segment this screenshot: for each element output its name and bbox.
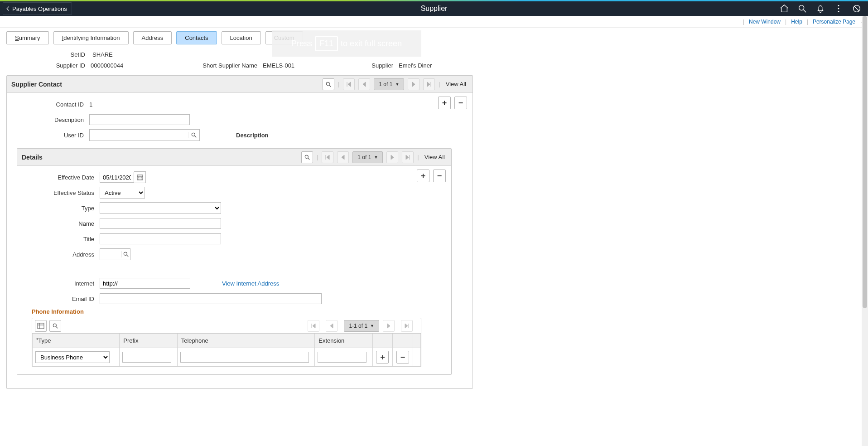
grid-next-button[interactable] [408,78,420,90]
tab-identifying[interactable]: Identifying Information [53,31,129,44]
vertical-scrollbar[interactable] [862,16,868,413]
phone-prefix-input[interactable] [122,352,171,363]
tab-contacts[interactable]: Contacts [176,31,217,44]
sublinks-row: | New Window | Help | Personalize Page ▲ [0,16,868,28]
notifications-icon[interactable] [815,4,825,14]
type-select[interactable] [100,202,221,214]
separator: | [417,154,419,160]
view-internet-link[interactable]: View Internet Address [222,280,279,287]
grid-first-button[interactable] [343,78,355,90]
svg-point-26 [53,324,56,327]
grid-next-button[interactable] [386,151,398,163]
address-input[interactable] [100,249,121,259]
internet-input[interactable] [100,278,190,289]
address-fld-label: Address [23,251,100,258]
grid-last-button[interactable] [402,151,414,163]
separator: | [807,19,808,25]
col-type: Type [38,337,51,344]
delete-row-button[interactable]: − [433,170,446,182]
svg-point-21 [124,252,127,255]
userid-desc-label: Description [236,132,269,139]
grid-find-button[interactable] [323,78,334,90]
supplier-contact-section: Supplier Contact | 1 of 1▼ | View All + … [6,75,473,389]
main-content: Press F11 to exit full screen Summary Id… [0,31,689,413]
navbar-icon[interactable] [852,4,862,14]
grid-prev-button[interactable] [337,151,349,163]
userid-lookup-button[interactable] [188,132,199,138]
grid-personalize-button[interactable] [35,320,47,332]
add-row-button[interactable]: + [376,351,389,364]
details-title: Details [22,154,43,161]
svg-point-19 [140,179,140,179]
tab-location[interactable]: Location [222,31,261,44]
svg-point-20 [141,179,142,179]
grid-view-all[interactable]: View All [424,154,445,160]
help-link[interactable]: Help [791,19,802,25]
separator: | [785,19,786,25]
tab-address-label: Address [142,34,164,41]
grid-find-button[interactable] [49,320,61,332]
svg-point-18 [138,179,139,179]
grid-view-all[interactable]: View All [446,81,466,87]
grid-last-button[interactable] [401,320,413,332]
page-title: Supplier [421,5,448,13]
chevron-down-icon: ▼ [374,155,378,160]
email-input[interactable] [100,293,322,304]
effdate-input[interactable] [100,172,134,183]
shortname-value: EMELS-001 [263,62,294,69]
grid-row-counter[interactable]: 1-1 of 1▼ [344,320,379,332]
delete-row-button[interactable]: − [454,97,467,109]
grid-row-counter[interactable]: 1 of 1▼ [352,151,383,163]
effstatus-select[interactable]: Active [100,187,145,199]
grid-first-button[interactable] [308,320,319,332]
userid-input[interactable] [90,130,188,140]
internet-label: Internet [23,280,100,287]
grid-find-button[interactable] [301,151,313,163]
home-icon[interactable] [779,4,789,14]
svg-point-2 [838,5,839,6]
phone-table: *Type Prefix Telephone Extension [32,334,421,367]
add-row-button[interactable]: + [438,97,451,109]
address-lookup-button[interactable] [121,251,130,257]
grid-next-button[interactable] [383,320,395,332]
grid-last-button[interactable] [423,78,435,90]
svg-point-16 [140,177,140,178]
tab-address[interactable]: Address [133,31,172,44]
search-icon[interactable] [797,4,807,14]
description-label: Description [12,116,89,123]
tab-summary[interactable]: Summary [6,31,49,44]
grid-row-counter[interactable]: 1 of 1▼ [374,78,404,90]
title-fld-label: Title [23,236,100,242]
actions-menu-icon[interactable] [834,4,844,14]
phone-type-select[interactable]: Business Phone [35,351,110,363]
svg-point-15 [138,177,139,178]
new-window-link[interactable]: New Window [749,19,781,25]
supplierid-label: Supplier ID [9,62,91,69]
shortname-label: Short Supplier Name [199,62,263,69]
grid-prev-button[interactable] [326,320,338,332]
delete-row-button[interactable]: − [396,351,409,364]
grid-prev-button[interactable] [358,78,370,90]
back-button[interactable]: Payables Operations [3,2,72,15]
tab-custom[interactable]: Custom [265,31,303,44]
add-row-button[interactable]: + [417,170,429,182]
description-input[interactable] [89,114,190,125]
supplier-contact-grid-nav: | 1 of 1▼ | View All [323,78,468,90]
grid-first-button[interactable] [322,151,333,163]
personalize-page-link[interactable]: Personalize Page [813,19,855,25]
scrollbar-thumb[interactable] [863,16,867,308]
supplier-value: Emel's Diner [399,62,432,69]
svg-line-6 [854,6,859,11]
table-row: Business Phone + − [33,348,421,367]
name-input[interactable] [100,218,221,229]
separator: | [743,19,744,25]
svg-point-11 [305,155,308,158]
svg-point-3 [838,8,839,10]
contactid-value: 1 [89,101,92,108]
setid-label: SetID [9,51,91,58]
phone-telephone-input[interactable] [180,352,309,363]
title-input[interactable] [100,233,221,244]
effdate-calendar-button[interactable] [134,171,146,183]
details-grid-nav: | 1 of 1▼ | View All [301,151,447,163]
phone-extension-input[interactable] [318,352,366,363]
